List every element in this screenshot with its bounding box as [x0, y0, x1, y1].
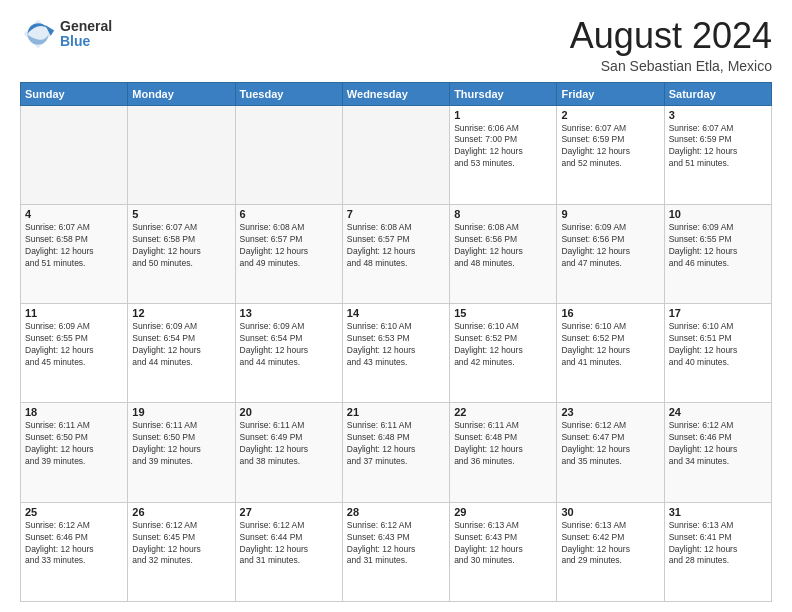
day-info: Sunrise: 6:08 AM Sunset: 6:57 PM Dayligh…: [347, 222, 445, 270]
day-info: Sunrise: 6:11 AM Sunset: 6:48 PM Dayligh…: [454, 420, 552, 468]
location: San Sebastian Etla, Mexico: [570, 58, 772, 74]
calendar-cell: 1Sunrise: 6:06 AM Sunset: 7:00 PM Daylig…: [450, 105, 557, 204]
day-number: 7: [347, 208, 445, 220]
day-info: Sunrise: 6:08 AM Sunset: 6:56 PM Dayligh…: [454, 222, 552, 270]
day-number: 11: [25, 307, 123, 319]
day-number: 23: [561, 406, 659, 418]
day-info: Sunrise: 6:10 AM Sunset: 6:53 PM Dayligh…: [347, 321, 445, 369]
calendar-cell: 21Sunrise: 6:11 AM Sunset: 6:48 PM Dayli…: [342, 403, 449, 502]
calendar-cell: 3Sunrise: 6:07 AM Sunset: 6:59 PM Daylig…: [664, 105, 771, 204]
day-info: Sunrise: 6:10 AM Sunset: 6:52 PM Dayligh…: [454, 321, 552, 369]
calendar-cell: 10Sunrise: 6:09 AM Sunset: 6:55 PM Dayli…: [664, 204, 771, 303]
calendar-cell: 2Sunrise: 6:07 AM Sunset: 6:59 PM Daylig…: [557, 105, 664, 204]
day-info: Sunrise: 6:13 AM Sunset: 6:42 PM Dayligh…: [561, 520, 659, 568]
day-info: Sunrise: 6:12 AM Sunset: 6:45 PM Dayligh…: [132, 520, 230, 568]
logo-icon: [20, 16, 56, 52]
logo-general: General: [60, 19, 112, 34]
calendar-cell: [235, 105, 342, 204]
calendar-cell: 19Sunrise: 6:11 AM Sunset: 6:50 PM Dayli…: [128, 403, 235, 502]
day-number: 17: [669, 307, 767, 319]
calendar-cell: 30Sunrise: 6:13 AM Sunset: 6:42 PM Dayli…: [557, 502, 664, 601]
day-info: Sunrise: 6:11 AM Sunset: 6:50 PM Dayligh…: [25, 420, 123, 468]
calendar-cell: 20Sunrise: 6:11 AM Sunset: 6:49 PM Dayli…: [235, 403, 342, 502]
day-number: 6: [240, 208, 338, 220]
day-number: 29: [454, 506, 552, 518]
calendar-cell: 25Sunrise: 6:12 AM Sunset: 6:46 PM Dayli…: [21, 502, 128, 601]
calendar-week-row: 4Sunrise: 6:07 AM Sunset: 6:58 PM Daylig…: [21, 204, 772, 303]
day-number: 14: [347, 307, 445, 319]
calendar-cell: 7Sunrise: 6:08 AM Sunset: 6:57 PM Daylig…: [342, 204, 449, 303]
day-info: Sunrise: 6:12 AM Sunset: 6:44 PM Dayligh…: [240, 520, 338, 568]
calendar-table: SundayMondayTuesdayWednesdayThursdayFrid…: [20, 82, 772, 602]
day-of-week-header: Friday: [557, 82, 664, 105]
calendar-cell: 16Sunrise: 6:10 AM Sunset: 6:52 PM Dayli…: [557, 304, 664, 403]
calendar-cell: 15Sunrise: 6:10 AM Sunset: 6:52 PM Dayli…: [450, 304, 557, 403]
day-number: 4: [25, 208, 123, 220]
day-info: Sunrise: 6:11 AM Sunset: 6:48 PM Dayligh…: [347, 420, 445, 468]
day-info: Sunrise: 6:08 AM Sunset: 6:57 PM Dayligh…: [240, 222, 338, 270]
calendar-cell: 29Sunrise: 6:13 AM Sunset: 6:43 PM Dayli…: [450, 502, 557, 601]
day-info: Sunrise: 6:13 AM Sunset: 6:41 PM Dayligh…: [669, 520, 767, 568]
calendar-cell: [342, 105, 449, 204]
day-of-week-header: Monday: [128, 82, 235, 105]
day-info: Sunrise: 6:09 AM Sunset: 6:54 PM Dayligh…: [132, 321, 230, 369]
calendar-cell: 14Sunrise: 6:10 AM Sunset: 6:53 PM Dayli…: [342, 304, 449, 403]
calendar-cell: 23Sunrise: 6:12 AM Sunset: 6:47 PM Dayli…: [557, 403, 664, 502]
day-number: 22: [454, 406, 552, 418]
day-of-week-header: Thursday: [450, 82, 557, 105]
calendar-cell: 31Sunrise: 6:13 AM Sunset: 6:41 PM Dayli…: [664, 502, 771, 601]
day-number: 12: [132, 307, 230, 319]
calendar-week-row: 18Sunrise: 6:11 AM Sunset: 6:50 PM Dayli…: [21, 403, 772, 502]
calendar-cell: 9Sunrise: 6:09 AM Sunset: 6:56 PM Daylig…: [557, 204, 664, 303]
day-number: 31: [669, 506, 767, 518]
day-number: 15: [454, 307, 552, 319]
day-info: Sunrise: 6:09 AM Sunset: 6:55 PM Dayligh…: [25, 321, 123, 369]
day-info: Sunrise: 6:07 AM Sunset: 6:59 PM Dayligh…: [561, 123, 659, 171]
day-number: 13: [240, 307, 338, 319]
calendar-cell: 24Sunrise: 6:12 AM Sunset: 6:46 PM Dayli…: [664, 403, 771, 502]
day-info: Sunrise: 6:12 AM Sunset: 6:46 PM Dayligh…: [25, 520, 123, 568]
calendar-cell: 11Sunrise: 6:09 AM Sunset: 6:55 PM Dayli…: [21, 304, 128, 403]
calendar-cell: 13Sunrise: 6:09 AM Sunset: 6:54 PM Dayli…: [235, 304, 342, 403]
calendar-cell: 17Sunrise: 6:10 AM Sunset: 6:51 PM Dayli…: [664, 304, 771, 403]
calendar-cell: 28Sunrise: 6:12 AM Sunset: 6:43 PM Dayli…: [342, 502, 449, 601]
day-number: 24: [669, 406, 767, 418]
page: General Blue August 2024 San Sebastian E…: [0, 0, 792, 612]
day-of-week-header: Saturday: [664, 82, 771, 105]
day-number: 5: [132, 208, 230, 220]
logo-text: General Blue: [60, 19, 112, 50]
calendar-week-row: 25Sunrise: 6:12 AM Sunset: 6:46 PM Dayli…: [21, 502, 772, 601]
day-number: 27: [240, 506, 338, 518]
day-number: 26: [132, 506, 230, 518]
calendar-cell: 6Sunrise: 6:08 AM Sunset: 6:57 PM Daylig…: [235, 204, 342, 303]
day-number: 16: [561, 307, 659, 319]
day-number: 9: [561, 208, 659, 220]
day-number: 21: [347, 406, 445, 418]
day-info: Sunrise: 6:11 AM Sunset: 6:50 PM Dayligh…: [132, 420, 230, 468]
calendar-cell: 27Sunrise: 6:12 AM Sunset: 6:44 PM Dayli…: [235, 502, 342, 601]
title-block: August 2024 San Sebastian Etla, Mexico: [570, 16, 772, 74]
day-number: 18: [25, 406, 123, 418]
day-number: 25: [25, 506, 123, 518]
logo-blue: Blue: [60, 34, 112, 49]
calendar-week-row: 1Sunrise: 6:06 AM Sunset: 7:00 PM Daylig…: [21, 105, 772, 204]
day-info: Sunrise: 6:12 AM Sunset: 6:47 PM Dayligh…: [561, 420, 659, 468]
calendar-header-row: SundayMondayTuesdayWednesdayThursdayFrid…: [21, 82, 772, 105]
logo: General Blue: [20, 16, 112, 52]
day-info: Sunrise: 6:09 AM Sunset: 6:56 PM Dayligh…: [561, 222, 659, 270]
calendar-cell: 8Sunrise: 6:08 AM Sunset: 6:56 PM Daylig…: [450, 204, 557, 303]
day-info: Sunrise: 6:07 AM Sunset: 6:59 PM Dayligh…: [669, 123, 767, 171]
day-info: Sunrise: 6:09 AM Sunset: 6:55 PM Dayligh…: [669, 222, 767, 270]
day-info: Sunrise: 6:09 AM Sunset: 6:54 PM Dayligh…: [240, 321, 338, 369]
calendar-cell: 4Sunrise: 6:07 AM Sunset: 6:58 PM Daylig…: [21, 204, 128, 303]
calendar-cell: [21, 105, 128, 204]
calendar-cell: 18Sunrise: 6:11 AM Sunset: 6:50 PM Dayli…: [21, 403, 128, 502]
calendar-cell: 26Sunrise: 6:12 AM Sunset: 6:45 PM Dayli…: [128, 502, 235, 601]
calendar-cell: [128, 105, 235, 204]
day-number: 2: [561, 109, 659, 121]
day-of-week-header: Sunday: [21, 82, 128, 105]
day-number: 19: [132, 406, 230, 418]
day-number: 28: [347, 506, 445, 518]
day-info: Sunrise: 6:11 AM Sunset: 6:49 PM Dayligh…: [240, 420, 338, 468]
day-number: 3: [669, 109, 767, 121]
